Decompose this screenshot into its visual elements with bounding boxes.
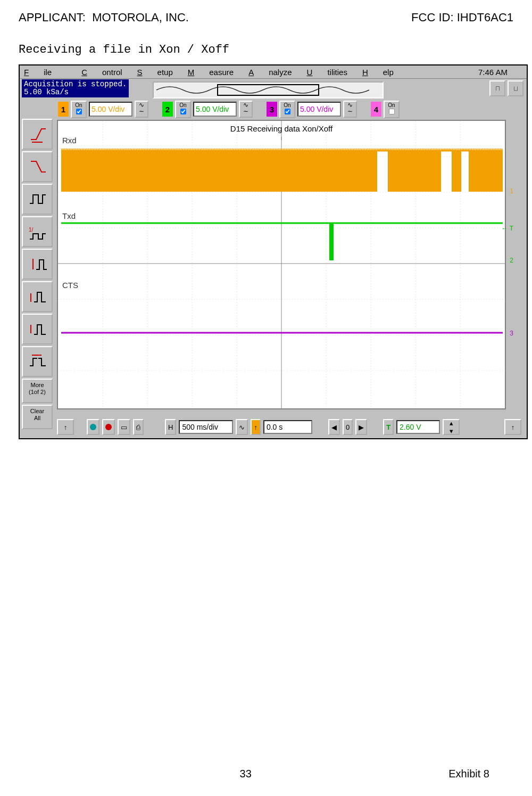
delay-ref-icon[interactable]: ↑ bbox=[251, 419, 261, 435]
horizontal-preview[interactable] bbox=[153, 81, 384, 99]
txd-label: Txd bbox=[62, 211, 76, 220]
svg-rect-0 bbox=[218, 85, 319, 95]
channel-4-enable[interactable]: On bbox=[384, 101, 400, 118]
channel-1-enable[interactable]: On bbox=[71, 101, 87, 118]
menu-analyze[interactable]: Analyze bbox=[248, 68, 292, 77]
menu-help[interactable]: Help bbox=[362, 68, 394, 77]
channel-3-badge[interactable]: 3 bbox=[267, 102, 277, 117]
clock: 7:46 AM bbox=[478, 68, 508, 77]
channel-1-badge[interactable]: 1 bbox=[58, 102, 69, 117]
clear-all-button[interactable]: Clear All bbox=[22, 405, 53, 429]
channel-2-badge[interactable]: 2 bbox=[162, 102, 173, 117]
menubar: File Control Setup Measure Analyze Utili… bbox=[20, 65, 527, 79]
svg-rect-20 bbox=[61, 150, 377, 192]
channel-3-enable[interactable]: On bbox=[279, 101, 295, 118]
single-button-icon[interactable]: ▭ bbox=[118, 419, 130, 435]
menu-utilities[interactable]: Utilities bbox=[307, 68, 347, 77]
acquisition-status: Acquisition is stopped.5.00 kSa/s bbox=[22, 79, 129, 97]
channel-controls: 1 On 5.00 V/div ∿∼ 2 On 5.00 V/div ∿∼ 3 … bbox=[58, 101, 521, 118]
fcc-line: FCC ID: IHDT6AC1 bbox=[411, 11, 513, 24]
delay-right-button[interactable]: ▶ bbox=[355, 419, 367, 435]
vmax-tool-icon[interactable] bbox=[22, 314, 53, 344]
subtitle: Receiving a file in Xon / Xoff bbox=[19, 43, 513, 56]
menu-control[interactable]: Control bbox=[81, 68, 122, 77]
svg-rect-22 bbox=[452, 150, 461, 192]
channel-1-scale[interactable]: 5.00 V/div bbox=[89, 102, 132, 117]
risetime-tool-icon[interactable] bbox=[22, 119, 53, 150]
ch1-ground-marker-icon: 1 bbox=[510, 187, 513, 195]
channel-2-enable[interactable]: On bbox=[175, 101, 191, 118]
vmin-tool-icon[interactable] bbox=[22, 281, 53, 312]
print-button-icon[interactable]: ⎙ bbox=[133, 419, 144, 435]
channel-2-coupling-icon[interactable]: ∿∼ bbox=[239, 101, 253, 118]
trigger-button[interactable]: T bbox=[383, 419, 394, 435]
menu-setup[interactable]: Setup bbox=[137, 68, 173, 77]
trigger-spin-icon[interactable]: ▴▾ bbox=[443, 419, 460, 435]
ch2-ground-marker-icon: 2 bbox=[510, 257, 513, 264]
cts-label: CTS bbox=[62, 281, 78, 290]
delay-readout[interactable]: 0.0 s bbox=[263, 420, 312, 434]
delay-tool-icon[interactable] bbox=[22, 346, 53, 377]
svg-text:1/: 1/ bbox=[29, 227, 34, 233]
delay-mode-icon[interactable]: ∿ bbox=[236, 419, 248, 435]
channel-2-scale[interactable]: 5.00 V/div bbox=[193, 102, 237, 117]
measure-toolbar: 1/ More (1of 2) Clear All bbox=[22, 119, 53, 429]
delay-zero-button[interactable]: 0 bbox=[343, 419, 353, 435]
page-number: 33 bbox=[240, 768, 252, 780]
timebase-button[interactable]: H bbox=[165, 419, 176, 435]
channel-3-coupling-icon[interactable]: ∿∼ bbox=[343, 101, 357, 118]
scroll-up-right-icon[interactable]: ↑ bbox=[504, 419, 521, 435]
delay-left-button[interactable]: ◀ bbox=[328, 419, 340, 435]
channel-3-scale[interactable]: 5.00 V/div bbox=[297, 102, 341, 117]
oscilloscope-window: File Control Setup Measure Analyze Utili… bbox=[19, 64, 528, 439]
menu-file[interactable]: File bbox=[24, 68, 66, 77]
menu-measure[interactable]: Measure bbox=[188, 68, 234, 77]
scroll-up-icon[interactable]: ↑ bbox=[57, 419, 74, 435]
exhibit-label: Exhibit 8 bbox=[448, 768, 489, 780]
svg-rect-21 bbox=[388, 150, 441, 192]
stop-button-icon[interactable] bbox=[102, 419, 115, 435]
ch3-ground-marker-icon: 3 bbox=[510, 330, 513, 337]
channel-1-coupling-icon[interactable]: ∿∼ bbox=[135, 101, 148, 118]
timebase-readout[interactable]: 500 ms/div bbox=[179, 420, 233, 434]
more-tools-button[interactable]: More (1of 2) bbox=[22, 379, 53, 403]
svg-rect-28 bbox=[329, 223, 334, 260]
horizontal-controls: ↑ ▭ ⎙ H 500 ms/div ∿ ↑ 0.0 s ◀ 0 ▶ T 2.6… bbox=[57, 419, 521, 435]
svg-rect-23 bbox=[469, 150, 503, 192]
falltime-tool-icon[interactable] bbox=[22, 151, 53, 182]
waveform-display: D15 Receiving data Xon/Xoff Rxd Txd CTS … bbox=[57, 120, 506, 409]
channel-4-badge[interactable]: 4 bbox=[371, 102, 381, 117]
period-tool-icon[interactable] bbox=[22, 184, 53, 215]
rxd-label: Rxd bbox=[62, 136, 77, 145]
edge-mode-icon[interactable]: ⨆ bbox=[508, 80, 523, 96]
run-button-icon[interactable] bbox=[87, 419, 99, 435]
trigger-marker-icon: ← T bbox=[502, 225, 513, 232]
vpp-tool-icon[interactable] bbox=[22, 249, 53, 280]
trigger-level-readout[interactable]: 2.60 V bbox=[396, 420, 440, 434]
applicant-line: APPLICANT: MOTOROLA, INC. bbox=[19, 11, 189, 24]
graph-title: D15 Receiving data Xon/Xoff bbox=[58, 124, 505, 133]
frequency-tool-icon[interactable]: 1/ bbox=[22, 216, 53, 247]
pulse-mode-icon[interactable]: ⨅ bbox=[489, 80, 505, 96]
